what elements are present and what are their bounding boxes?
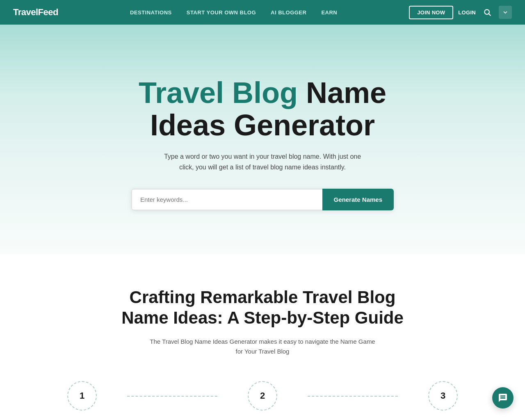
navbar-actions: JOIN NOW LOGIN: [409, 6, 512, 19]
join-now-button[interactable]: JOIN NOW: [409, 6, 453, 19]
svg-point-0: [484, 9, 489, 14]
section-subtitle: The Travel Blog Name Ideas Generator mak…: [148, 337, 377, 356]
search-icon-button[interactable]: [481, 6, 494, 19]
nav-start-blog[interactable]: START YOUR OWN BLOG: [187, 9, 256, 16]
nav-destinations[interactable]: DESTINATIONS: [130, 9, 172, 16]
generate-names-button[interactable]: Generate Names: [322, 189, 394, 210]
section-title: Crafting Remarkable Travel Blog Name Ide…: [119, 287, 406, 329]
step-connector-1-2: [127, 396, 217, 397]
chevron-down-button[interactable]: [499, 6, 512, 19]
step-3: 3: [398, 381, 488, 411]
hero-subtitle: Type a word or two you want in your trav…: [156, 151, 369, 172]
step-connector-2-3: [308, 396, 398, 397]
step-2: 2: [217, 381, 308, 411]
chat-icon: [498, 393, 508, 403]
svg-line-1: [489, 14, 491, 16]
navbar: TravelFeed DESTINATIONS START YOUR OWN B…: [0, 0, 525, 25]
nav-links: DESTINATIONS START YOUR OWN BLOG AI BLOG…: [130, 9, 337, 16]
hero-title-highlight: Travel Blog: [139, 76, 298, 109]
hero-title: Travel Blog Name Ideas Generator: [119, 77, 406, 142]
nav-ai-blogger[interactable]: AI BLOGGER: [271, 9, 306, 16]
step-1: 1: [37, 381, 127, 411]
hero-section: Travel Blog Name Ideas Generator Type a …: [0, 25, 525, 254]
search-icon: [483, 8, 491, 16]
steps-row: 1 2 3: [37, 381, 488, 411]
step-circle-1: 1: [67, 381, 97, 411]
search-bar: Generate Names: [131, 189, 394, 210]
chevron-down-icon: [502, 9, 509, 16]
login-button[interactable]: LOGIN: [458, 9, 476, 16]
keywords-input[interactable]: [131, 189, 322, 210]
step-circle-2: 2: [248, 381, 277, 411]
chat-bubble-button[interactable]: [492, 387, 514, 409]
nav-earn[interactable]: EARN: [321, 9, 337, 16]
brand-logo[interactable]: TravelFeed: [13, 7, 58, 18]
content-section: Crafting Remarkable Travel Blog Name Ide…: [0, 254, 525, 420]
step-circle-3: 3: [428, 381, 458, 411]
